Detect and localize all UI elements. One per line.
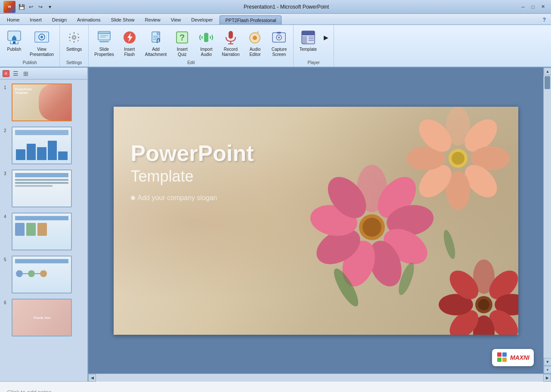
slide4-box2 [26,223,36,236]
svg-point-29 [278,37,280,38]
scroll-thumb[interactable] [545,76,550,89]
panel-close-button[interactable]: ✕ [3,70,9,77]
capture-screen-button[interactable]: Capture Screen [267,27,291,59]
svg-rect-78 [497,358,501,362]
svg-text:?: ? [180,33,185,42]
tab-slideshow[interactable]: Slide Show [106,15,140,25]
publish-button[interactable]: Publish [3,27,26,54]
svg-rect-15 [157,32,160,34]
slide-num-1: 1 [4,83,9,90]
scroll-up-button[interactable]: ▲ [544,68,551,75]
slides-list: 1 PowerPointTemplate 2 [0,80,87,381]
slide-canvas-wrapper[interactable]: PowerPoint Template Add your company slo… [88,68,543,373]
notes-bar: Click to add notes [0,381,551,392]
qa-dropdown[interactable]: ▾ [46,3,54,11]
slide3-content [15,179,68,187]
settings-button[interactable]: Settings [62,27,86,54]
import-audio-button[interactable]: Import Audio [195,27,218,59]
ribbon-body: Publish View Presentation Publish [0,25,551,68]
slide-preview-4 [12,213,72,250]
settings-icon [65,29,83,46]
add-attachment-label: Add Attachment [145,47,167,57]
h-scroll-right[interactable]: ▶ [543,374,551,382]
panel-grid-view-button[interactable]: ⊞ [22,69,30,78]
horizontal-scrollbar: ◀ ▶ [88,373,551,381]
insert-quiz-label: Insert Quiz [177,47,188,57]
player-more-button[interactable]: ▶ [321,27,331,49]
add-attachment-icon [147,29,164,46]
watermark: MAXNI [492,349,534,366]
tab-insert[interactable]: Insert [25,15,47,25]
template-button[interactable]: Template [296,27,320,54]
scroll-down2-button[interactable]: ▼ [544,366,551,373]
slide-thumbnail-5[interactable]: 5 [3,254,85,295]
insert-quiz-icon: ? [173,29,191,46]
save-button[interactable]: 💾 [17,3,26,11]
tab-view[interactable]: View [166,15,186,25]
slogan-text: Add your company slogan [138,194,217,202]
scroll-down-button[interactable]: ▼ [544,358,551,366]
svg-point-39 [28,270,35,277]
template-label: Template [299,47,317,52]
slide-thumbnail-2[interactable]: 2 [3,125,85,166]
slide-slogan[interactable]: Add your company slogan [131,194,254,202]
help-button[interactable]: ? [539,15,549,25]
view-presentation-button[interactable]: View Presentation [27,27,57,59]
insert-quiz-button[interactable]: ? Insert Quiz [170,27,194,59]
player-group-content: Template ▶ [296,27,331,59]
content-wrapper: PowerPoint Template Add your company slo… [88,68,551,381]
audio-editor-label: Audio Editor [249,47,260,57]
slide-thumbnail-6[interactable]: 6 Thank You [3,297,85,338]
redo-button[interactable]: ↪ [36,3,45,11]
settings-group-label: Settings [62,59,86,66]
slide6-text: Thank You [33,316,50,320]
slide-preview-1: PowerPointTemplate [12,83,72,121]
slide2-chart [16,139,68,160]
slide-subtitle[interactable]: Template [131,167,254,185]
slide-num-6: 6 [4,299,9,305]
tab-design[interactable]: Design [47,15,72,25]
slide-canvas: PowerPoint Template Add your company slo… [114,107,518,335]
insert-flash-label: Insert Flash [124,47,135,57]
slide-thumbnail-4[interactable]: 4 [3,211,85,252]
tab-ppt2flash[interactable]: PPT2Flash Professional [220,15,282,25]
tab-developer[interactable]: Developer [186,15,218,25]
close-button[interactable]: ✕ [538,3,548,11]
panel-list-view-button[interactable]: ☰ [11,69,20,78]
slide-preview-6: Thank You [12,299,72,336]
office-logo[interactable]: W [3,1,15,13]
slide-num-4: 4 [4,213,9,219]
minimize-button[interactable]: ─ [518,3,528,11]
scroll-track[interactable] [544,75,551,358]
ribbon-group-edit: Slide Properties Insert Flash [89,25,294,67]
slide3-line3 [15,185,53,187]
slide2-bar3 [37,147,46,160]
template-icon [300,29,317,46]
slide4-box3 [37,223,47,236]
record-narration-button[interactable]: Record Narration [219,27,242,59]
slogan-dot [131,196,135,200]
ribbon-group-publish: Publish View Presentation Publish [0,25,60,67]
h-scroll-track[interactable] [96,374,543,382]
undo-button[interactable]: ↩ [27,3,35,11]
insert-flash-icon [121,29,138,46]
slide-main-title[interactable]: PowerPoint [131,141,254,166]
h-scroll-left[interactable]: ◀ [88,374,96,382]
slide-properties-button[interactable]: Slide Properties [91,27,117,59]
add-attachment-button[interactable]: Add Attachment [142,27,170,59]
slide-thumbnail-1[interactable]: 1 PowerPointTemplate [3,82,85,123]
svg-point-62 [452,152,464,165]
slide-preview-5 [12,256,72,293]
svg-rect-21 [229,31,233,39]
svg-point-72 [478,299,489,310]
tab-review[interactable]: Review [140,15,166,25]
tab-animations[interactable]: Animations [72,15,105,25]
tab-home[interactable]: Home [2,15,25,25]
import-audio-label: Import Audio [200,47,212,57]
slide-thumbnail-3[interactable]: 3 [3,168,85,209]
insert-flash-button[interactable]: Insert Flash [118,27,141,59]
audio-editor-button[interactable]: Audio Editor [243,27,266,59]
notes-placeholder[interactable]: Click to add notes [7,389,51,392]
restore-button[interactable]: □ [528,3,538,11]
slide-num-3: 3 [4,170,9,176]
